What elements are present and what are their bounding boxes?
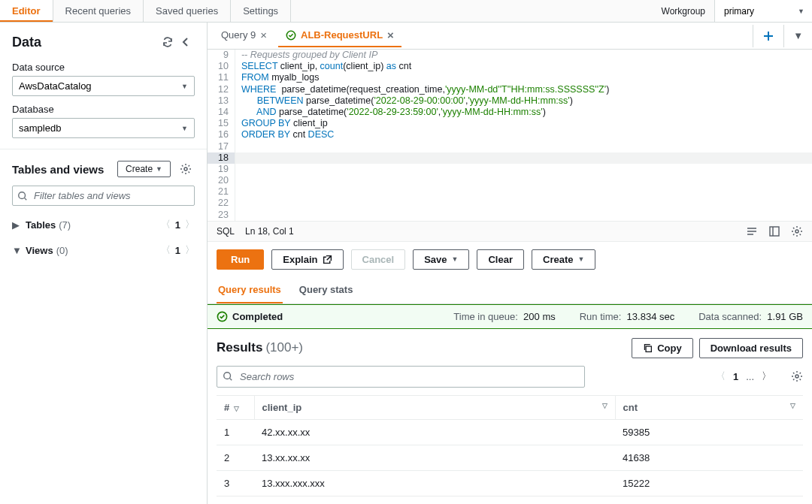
search-icon: [223, 371, 233, 382]
query-tabs: Query 9 × ALB-RequestURL × ▼: [208, 23, 812, 50]
layout-icon[interactable]: [768, 225, 780, 237]
chevron-right-icon: ▶: [12, 219, 21, 231]
data-source-label: Data source: [12, 62, 195, 73]
search-icon: [17, 191, 28, 201]
result-tabs: Query results Query stats: [208, 277, 812, 304]
tab-query-results[interactable]: Query results: [217, 277, 283, 303]
cancel-button: Cancel: [351, 249, 406, 270]
database-select[interactable]: sampledb: [12, 118, 195, 138]
nav-tab-saved[interactable]: Saved queries: [144, 0, 231, 22]
nav-tab-settings[interactable]: Settings: [231, 0, 291, 22]
workgroup-label: Workgroup: [653, 0, 714, 22]
tables-tree-node[interactable]: ▶ Tables (7) 〈 1 〉: [12, 212, 195, 237]
results-pagination: 〈 1 ... 〉: [716, 370, 803, 383]
query-tab-0[interactable]: Query 9 ×: [214, 24, 274, 47]
results-table: #▽ client_ip▽ cnt▽ 142.xx.xx.xx59385213.…: [217, 395, 803, 496]
wrap-icon[interactable]: [746, 225, 758, 237]
svg-point-1: [19, 192, 26, 198]
col-client-ip[interactable]: client_ip▽: [254, 395, 615, 419]
nav-tab-recent[interactable]: Recent queries: [53, 0, 144, 22]
table-row[interactable]: 142.xx.xx.xx59385: [217, 419, 803, 445]
col-index[interactable]: #▽: [217, 395, 254, 419]
check-circle-icon: [217, 311, 228, 322]
nav-tab-editor[interactable]: Editor: [0, 0, 53, 22]
next-page-icon[interactable]: 〉: [185, 243, 195, 257]
data-source-select[interactable]: AwsDataCatalog: [12, 76, 195, 96]
table-row[interactable]: 313.xxx.xxx.xxx15222: [217, 470, 803, 496]
workgroup-select[interactable]: primary: [714, 0, 812, 22]
gear-icon[interactable]: [177, 160, 195, 178]
action-bar: Run Explain Cancel Save▼ Clear Create▼: [208, 242, 812, 277]
check-circle-icon: [286, 30, 296, 41]
prev-page-icon[interactable]: 〈: [161, 243, 171, 257]
status-text: Completed: [232, 311, 283, 322]
gear-icon[interactable]: [791, 225, 803, 237]
prev-page-icon[interactable]: 〈: [716, 370, 726, 383]
svg-point-8: [795, 375, 798, 378]
table-row[interactable]: 213.xx.xx.xx41638: [217, 445, 803, 470]
top-nav: Editor Recent queries Saved queries Sett…: [0, 0, 812, 23]
col-cnt[interactable]: cnt▽: [615, 395, 803, 419]
completion-bar: Completed Time in queue: 200 ms Run time…: [208, 304, 812, 329]
svg-rect-3: [770, 227, 779, 236]
results-count: (100+): [265, 340, 303, 355]
collapse-sidebar-icon[interactable]: [177, 33, 195, 51]
refresh-icon[interactable]: [159, 33, 177, 51]
run-button[interactable]: Run: [217, 249, 264, 270]
tab-query-stats[interactable]: Query stats: [298, 277, 355, 303]
database-label: Database: [12, 104, 195, 115]
sidebar-title: Data: [12, 35, 159, 50]
download-button[interactable]: Download results: [699, 338, 803, 358]
create-button[interactable]: Create▼: [532, 249, 595, 270]
explain-button[interactable]: Explain: [271, 249, 343, 270]
gear-icon[interactable]: [791, 370, 803, 382]
copy-button[interactable]: Copy: [632, 338, 693, 358]
query-tab-1[interactable]: ALB-RequestURL ×: [278, 24, 401, 47]
create-table-button[interactable]: Create▼: [117, 161, 171, 177]
sidebar: Data Data source AwsDataCatalog Database…: [0, 23, 208, 504]
save-button[interactable]: Save▼: [413, 249, 469, 270]
add-tab-button[interactable]: [753, 25, 783, 47]
chevron-down-icon: ▼: [12, 245, 21, 256]
next-page-icon[interactable]: 〉: [762, 370, 771, 383]
svg-rect-6: [646, 346, 651, 352]
svg-point-4: [795, 230, 798, 233]
editor-statusbar: SQL Ln 18, Col 1: [208, 221, 812, 242]
close-icon[interactable]: ×: [387, 29, 394, 41]
views-tree-node[interactable]: ▼ Views (0) 〈 1 〉: [12, 237, 195, 263]
clear-button[interactable]: Clear: [477, 249, 524, 270]
tables-views-title: Tables and views: [12, 163, 111, 176]
next-page-icon[interactable]: 〉: [185, 218, 195, 231]
lang-indicator: SQL: [217, 226, 235, 237]
close-icon[interactable]: ×: [260, 29, 267, 41]
prev-page-icon[interactable]: 〈: [161, 218, 171, 231]
results-title: Results: [217, 340, 262, 355]
search-rows-input[interactable]: [217, 366, 585, 388]
svg-point-0: [184, 167, 187, 171]
svg-point-7: [224, 373, 231, 379]
filter-tables-input[interactable]: [12, 186, 195, 206]
cursor-pos: Ln 18, Col 1: [245, 226, 294, 237]
code-editor[interactable]: 91011121314151617181920212223 -- Request…: [208, 50, 812, 221]
tab-menu-button[interactable]: ▼: [783, 25, 812, 47]
